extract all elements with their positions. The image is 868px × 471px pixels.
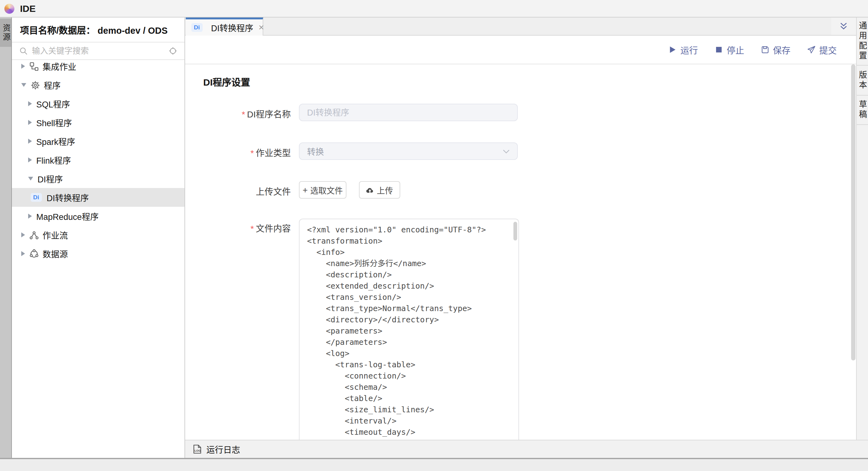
tree-item-label: DI转换程序: [46, 191, 89, 204]
caret-down-icon[interactable]: [21, 83, 26, 87]
tree-item-label: 数据源: [42, 247, 68, 260]
tab-drafts-label: 草稿: [858, 100, 866, 120]
stop-icon: [715, 45, 723, 54]
double-chevron-down-icon: [839, 22, 848, 31]
resource-tree: 集成作业 程序 SQL程序 Shell程序 Spark程序 Flink程: [12, 57, 184, 263]
choose-file-button[interactable]: + 选取文件: [299, 181, 346, 199]
locate-icon[interactable]: [169, 47, 177, 55]
svg-text:LOG: LOG: [194, 449, 201, 452]
tree-item-label: Flink程序: [36, 154, 71, 166]
file-content-text: <?xml version="1.0" encoding="UTF-8"?> <…: [300, 219, 519, 440]
save-label: 保存: [773, 43, 790, 56]
name-field-label: *DI程序名称: [219, 107, 291, 120]
app-title: IDE: [20, 3, 36, 14]
datasource-icon: [29, 249, 39, 258]
log-file-icon: LOG: [193, 444, 202, 454]
app-window: IDE 资源 项目名称/数据层： demo-dev / ODS 集成作业 程序: [0, 0, 868, 471]
run-log-label: 运行日志: [206, 443, 240, 456]
tab-drafts[interactable]: 草稿: [857, 96, 868, 125]
save-button[interactable]: 保存: [761, 43, 790, 56]
caret-right-icon[interactable]: [28, 158, 32, 162]
tab-title: DI转换程序: [211, 21, 253, 34]
file-content-textarea[interactable]: <?xml version="1.0" encoding="UTF-8"?> <…: [299, 218, 519, 440]
run-log-bar[interactable]: LOG 运行日志: [185, 440, 868, 458]
di-badge: Di: [191, 24, 202, 32]
tree-item-shell-program[interactable]: Shell程序: [12, 113, 184, 132]
save-icon: [761, 45, 769, 54]
upload-button-label: 上传: [377, 184, 393, 196]
rail-tab-resources[interactable]: 资源: [0, 19, 11, 47]
run-label: 运行: [680, 43, 698, 56]
required-mark: *: [242, 109, 245, 119]
tree-item-label: 程序: [44, 79, 61, 91]
caret-right-icon[interactable]: [21, 64, 25, 69]
caret-right-icon[interactable]: [28, 120, 32, 125]
left-rail: 资源: [0, 18, 12, 458]
cloud-upload-icon: [366, 187, 374, 193]
submit-label: 提交: [819, 43, 837, 56]
main-scrollbar[interactable]: [851, 64, 856, 361]
name-input[interactable]: [307, 108, 510, 117]
tree-item-di-program[interactable]: DI程序: [12, 169, 184, 188]
tree-item-label: DI程序: [37, 172, 63, 185]
file-content-label: *文件内容: [219, 222, 291, 234]
caret-right-icon[interactable]: [28, 101, 32, 106]
job-type-label: *作业类型: [219, 146, 291, 159]
name-field: [299, 104, 518, 121]
window-bottom-edge: [0, 458, 868, 459]
job-type-select[interactable]: 转换: [299, 142, 518, 160]
chevron-down-icon: [503, 149, 510, 154]
tree-item-integration-jobs[interactable]: 集成作业: [12, 57, 184, 76]
rail-tab-resources-label: 资源: [2, 24, 10, 42]
di-badge: Di: [31, 193, 41, 202]
right-rail: 通用配置 版本 草稿: [856, 18, 868, 440]
required-mark: *: [250, 148, 254, 158]
upload-button[interactable]: 上传: [359, 181, 400, 199]
run-button[interactable]: 运行: [669, 43, 698, 56]
close-icon[interactable]: ✕: [258, 23, 264, 32]
stop-button[interactable]: 停止: [715, 43, 744, 56]
stop-label: 停止: [727, 43, 744, 56]
tree-item-spark-program[interactable]: Spark程序: [12, 132, 184, 150]
plus-icon: +: [303, 186, 308, 194]
tree-item-datasources[interactable]: 数据源: [12, 244, 184, 263]
play-icon: [669, 45, 677, 54]
project-header: 项目名称/数据层： demo-dev / ODS: [12, 18, 184, 42]
tree-item-label: 作业流: [42, 229, 68, 241]
tab-general-config-label: 通用配置: [858, 21, 866, 61]
tree-item-sql-program[interactable]: SQL程序: [12, 94, 184, 113]
form-area: DI程序设置 *DI程序名称 *作业类型 转换 上传文件 + 选取文件: [185, 64, 856, 440]
upload-file-label: 上传文件: [219, 185, 291, 197]
search-icon: [20, 47, 28, 55]
tab-di-transform-program[interactable]: Di DI转换程序 ✕: [186, 18, 263, 36]
editor-tab-strip: Di DI转换程序 ✕: [185, 18, 856, 36]
tree-item-flink-program[interactable]: Flink程序: [12, 150, 184, 169]
tree-item-workflows[interactable]: 作业流: [12, 226, 184, 244]
caret-down-icon[interactable]: [28, 177, 33, 180]
tab-versions[interactable]: 版本: [857, 66, 868, 96]
tree-item-mapreduce-program[interactable]: MapReduce程序: [12, 207, 184, 226]
caret-right-icon[interactable]: [28, 139, 32, 144]
tree-item-label: Spark程序: [36, 135, 75, 147]
gear-icon: [31, 80, 40, 90]
choose-file-label: 选取文件: [310, 184, 343, 196]
workflow-icon: [29, 230, 39, 240]
tab-versions-label: 版本: [858, 70, 866, 90]
tree-item-di-transform-program-selected[interactable]: Di DI转换程序: [12, 188, 184, 207]
collapse-tabs-button[interactable]: [831, 18, 856, 35]
editor-toolbar: 运行 停止 保存 提交: [185, 36, 856, 64]
caret-right-icon[interactable]: [21, 232, 25, 237]
tree-item-programs[interactable]: 程序: [12, 76, 184, 94]
editor-panel: Di DI转换程序 ✕ 运行 停止 保存 提交: [185, 18, 856, 458]
tree-item-label: MapReduce程序: [36, 210, 99, 223]
app-logo-icon: [4, 3, 14, 13]
search-input[interactable]: [32, 46, 164, 56]
top-bar: IDE: [0, 0, 868, 18]
textarea-scrollbar[interactable]: [514, 222, 517, 240]
form-heading: DI程序设置: [203, 75, 250, 88]
caret-right-icon[interactable]: [28, 214, 32, 218]
job-type-value: 转换: [307, 145, 503, 158]
submit-button[interactable]: 提交: [807, 43, 837, 56]
caret-right-icon[interactable]: [21, 251, 25, 256]
tab-general-config[interactable]: 通用配置: [857, 18, 868, 66]
